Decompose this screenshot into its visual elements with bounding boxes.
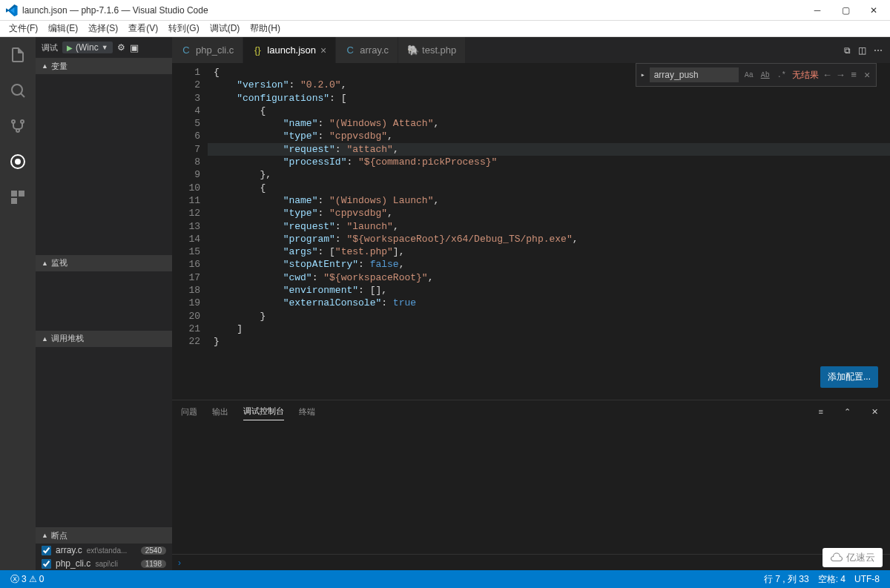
find-results: 无结果: [792, 69, 819, 82]
split-editor-icon[interactable]: ◫: [858, 45, 866, 56]
svg-rect-6: [11, 191, 17, 196]
menu-selection[interactable]: 选择(S): [84, 21, 122, 36]
tab-php-cli[interactable]: Cphp_cli.c: [172, 37, 243, 63]
find-prev-icon[interactable]: ←: [823, 70, 832, 81]
panel-tab-output[interactable]: 输出: [212, 403, 228, 420]
extensions-icon[interactable]: [7, 187, 28, 208]
debug-console-body[interactable]: [172, 423, 890, 554]
more-actions-icon[interactable]: ⋯: [874, 45, 883, 56]
tab-close-icon[interactable]: ×: [320, 44, 326, 56]
close-button[interactable]: ✕: [866, 5, 881, 16]
find-selection-icon[interactable]: ≡: [849, 70, 858, 81]
find-close-icon[interactable]: ✕: [863, 69, 871, 81]
explorer-icon[interactable]: [7, 44, 28, 65]
breakpoint-item[interactable]: array.c ext\standa... 2540: [36, 544, 172, 557]
debug-console-input[interactable]: ›: [172, 554, 890, 570]
section-watch[interactable]: ▲监视: [36, 255, 172, 271]
menubar: 文件(F) 编辑(E) 选择(S) 查看(V) 转到(G) 调试(D) 帮助(H…: [0, 21, 890, 37]
editor-tabs: Cphp_cli.c {}launch.json× Carray.c 🐘test…: [172, 37, 890, 63]
chevron-down-icon: ▼: [102, 44, 108, 51]
line-gutter: 12345678910111213141516171819202122: [172, 63, 208, 400]
find-next-icon[interactable]: →: [837, 70, 846, 81]
match-case-icon[interactable]: Aa: [743, 70, 755, 81]
panel-collapse-icon[interactable]: ⌃: [841, 407, 854, 417]
panel-close-icon[interactable]: ✕: [868, 407, 881, 417]
find-input[interactable]: [650, 67, 739, 82]
tab-array-c[interactable]: Carray.c: [336, 37, 398, 63]
search-icon[interactable]: [7, 80, 28, 101]
activity-bar: [0, 37, 36, 570]
section-callstack[interactable]: ▲调用堆栈: [36, 331, 172, 347]
chevron-down-icon: ▲: [42, 335, 48, 343]
panel-tab-problems[interactable]: 问题: [181, 403, 197, 420]
status-errors[interactable]: ⓧ3⚠0: [6, 573, 48, 586]
svg-rect-7: [19, 191, 24, 196]
chevron-down-icon: ▲: [42, 260, 48, 267]
menu-file[interactable]: 文件(F): [4, 21, 42, 36]
diff-icon[interactable]: ⧉: [844, 45, 851, 56]
window-title: launch.json — php-7.1.6 — Visual Studio …: [22, 5, 810, 16]
section-variables[interactable]: ▲变量: [36, 58, 172, 74]
code-content[interactable]: { "version": "0.2.0", "configurations": …: [208, 63, 890, 400]
menu-help[interactable]: 帮助(H): [245, 21, 285, 36]
find-toggle-icon[interactable]: ▸: [641, 70, 645, 79]
warning-icon: ⚠: [29, 574, 37, 584]
debug-config-gear-icon[interactable]: ⚙: [117, 42, 125, 53]
status-encoding[interactable]: UTF-8: [850, 574, 884, 584]
menu-go[interactable]: 转到(G): [164, 21, 203, 36]
breakpoint-checkbox[interactable]: [42, 546, 51, 555]
breakpoint-checkbox[interactable]: [42, 559, 51, 569]
debug-start-button[interactable]: ▶ (Winc ▼: [62, 42, 113, 53]
menu-view[interactable]: 查看(V): [124, 21, 162, 36]
vscode-logo-icon: [6, 4, 18, 16]
source-control-icon[interactable]: [7, 116, 28, 136]
status-spaces[interactable]: 空格: 4: [814, 573, 850, 586]
minimize-button[interactable]: ─: [810, 5, 825, 16]
tab-test-php[interactable]: 🐘test.php: [398, 37, 466, 63]
error-icon: ⓧ: [10, 573, 19, 586]
svg-rect-8: [11, 198, 17, 204]
scrollbar[interactable]: [881, 63, 890, 400]
svg-point-1: [12, 120, 15, 123]
add-config-button[interactable]: 添加配置...: [820, 366, 878, 388]
c-file-icon: C: [181, 44, 191, 56]
debug-label: 调试: [42, 42, 58, 53]
chevron-down-icon: ▲: [42, 532, 48, 539]
menu-edit[interactable]: 编辑(E): [44, 21, 82, 36]
panel-clear-icon[interactable]: ≡: [816, 407, 826, 416]
section-breakpoints[interactable]: ▲断点: [36, 527, 172, 544]
tab-launch-json[interactable]: {}launch.json×: [243, 37, 336, 63]
watermark: 亿速云: [823, 548, 883, 567]
json-file-icon: {}: [252, 44, 263, 56]
panel-tab-debug-console[interactable]: 调试控制台: [243, 403, 284, 420]
panel-tab-terminal[interactable]: 终端: [299, 403, 315, 420]
debug-console-icon[interactable]: ▣: [130, 42, 139, 53]
debug-sidebar: 调试 ▶ (Winc ▼ ⚙ ▣ ▲变量 ▲监视 ▲调用堆栈 ▲断点 array…: [36, 37, 172, 570]
breakpoint-item[interactable]: php_cli.c sapi\cli 1198: [36, 557, 172, 570]
play-icon: ▶: [67, 44, 73, 52]
debug-icon[interactable]: [7, 151, 28, 172]
svg-point-5: [16, 159, 20, 164]
php-file-icon: 🐘: [407, 44, 418, 56]
svg-point-0: [12, 85, 22, 95]
c-file-icon: C: [345, 44, 355, 56]
editor-group: Cphp_cli.c {}launch.json× Carray.c 🐘test…: [172, 37, 890, 570]
bottom-panel: 问题 输出 调试控制台 终端 ≡ ⌃ ✕ ›: [172, 400, 890, 570]
code-editor[interactable]: ▸ Aa Ab .* 无结果 ← → ≡ ✕ 12345678910111213…: [172, 63, 890, 400]
status-ln-col[interactable]: 行 7 , 列 33: [759, 573, 814, 586]
svg-point-2: [21, 120, 24, 123]
menu-debug[interactable]: 调试(D): [205, 21, 245, 36]
maximize-button[interactable]: ▢: [838, 5, 853, 16]
titlebar: launch.json — php-7.1.6 — Visual Studio …: [0, 0, 890, 21]
chevron-down-icon: ▲: [42, 62, 48, 70]
regex-icon[interactable]: .*: [776, 70, 788, 81]
match-word-icon[interactable]: Ab: [759, 70, 771, 81]
find-widget: ▸ Aa Ab .* 无结果 ← → ≡ ✕: [636, 63, 877, 87]
status-bar: ⓧ3⚠0 行 7 , 列 33 空格: 4 UTF-8: [0, 570, 890, 588]
